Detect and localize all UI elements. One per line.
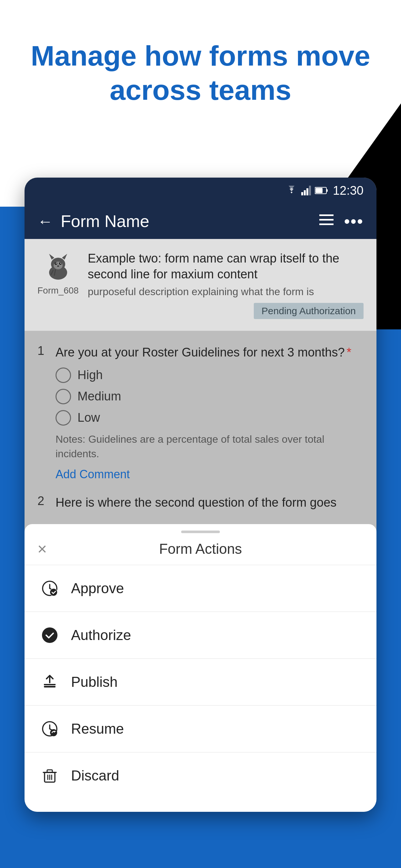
svg-rect-30 [44,684,56,685]
sheet-title: Form Actions [159,541,242,557]
svg-rect-7 [319,214,334,216]
svg-rect-5 [327,189,328,192]
radio-circle-low [56,410,71,426]
svg-point-20 [57,266,59,267]
signal-icon [301,186,311,195]
question-2-number: 2 [37,494,50,508]
svg-rect-9 [319,223,334,225]
svg-rect-8 [319,219,334,221]
svg-marker-14 [62,254,67,259]
radio-option-high[interactable]: High [56,368,364,383]
approve-icon-svg [41,580,58,597]
authorize-action[interactable]: Authorize [25,612,376,658]
form-name: Example two: form name can wrap itself t… [88,251,364,283]
authorize-label: Authorize [71,627,131,643]
question-1-notes: Notes: Guidelines are a percentage of to… [37,432,364,461]
app-bar-actions: ••• [319,212,364,231]
svg-rect-29 [44,686,56,687]
resume-label: Resume [71,721,124,737]
battery-icon [315,187,328,194]
wifi-icon [286,186,297,195]
sheet-header: × Form Actions [25,533,376,565]
status-time: 12:30 [333,184,364,197]
discard-icon [40,766,59,785]
approve-label: Approve [71,580,124,596]
radio-label-high: High [78,368,103,382]
publish-label: Publish [71,674,118,690]
publish-action[interactable]: Publish [25,659,376,705]
status-icons [286,186,328,195]
question-1-row: 1 Are you at your Roster Guidelines for … [37,344,364,361]
bottom-sheet: × Form Actions Approve [25,524,376,812]
back-button[interactable]: ← [37,213,53,230]
app-bar: ← Form Name ••• [25,204,376,239]
list-icon[interactable] [319,213,334,229]
add-comment-button[interactable]: Add Comment [37,468,364,481]
svg-rect-1 [304,190,306,195]
status-badge: Pending Authorization [254,303,364,319]
form-header-card: Form_608 Example two: form name can wrap… [25,239,376,331]
svg-rect-2 [306,188,308,195]
sheet-handle [181,531,220,533]
question-1-block: 1 Are you at your Roster Guidelines for … [37,344,364,481]
approve-icon [40,579,59,598]
svg-point-35 [50,729,57,736]
svg-rect-10 [319,214,321,216]
form-info: Example two: form name can wrap itself t… [88,251,364,319]
authorize-icon [40,625,59,645]
approve-action[interactable]: Approve [25,565,376,612]
question-1-number: 1 [37,344,50,358]
close-button[interactable]: × [37,541,47,557]
question-1-text: Are you at your Roster Guidelines for ne… [56,344,351,361]
form-description: purposeful description explaining what t… [88,286,364,298]
svg-point-27 [50,589,57,596]
svg-marker-13 [49,254,54,259]
sheet-handle-row [25,524,376,533]
form-icon-container: Form_608 [37,251,79,296]
radio-label-low: Low [78,411,100,425]
discard-icon-svg [41,767,58,784]
list-icon-svg [319,214,334,226]
resume-action[interactable]: Resume [25,706,376,752]
more-icon[interactable]: ••• [344,212,364,231]
question-2-text: Here is where the second question of the… [56,494,336,511]
form-content: 1 Are you at your Roster Guidelines for … [25,331,376,524]
form-icon-label: Form_608 [37,285,79,296]
question-2-row: 2 Here is where the second question of t… [37,494,364,511]
svg-point-28 [42,627,58,643]
app-bar-title: Form Name [61,212,312,231]
status-bar: 12:30 [25,178,376,204]
publish-icon [40,672,59,692]
svg-rect-6 [315,188,322,193]
radio-option-low[interactable]: Low [56,410,364,426]
form-icon-img [42,251,74,283]
svg-rect-38 [47,770,52,772]
svg-rect-0 [301,192,303,195]
svg-point-19 [60,263,61,264]
phone-frame: 12:30 ← Form Name ••• [25,178,376,812]
resume-icon [40,719,59,739]
radio-options: High Medium Low [37,368,364,426]
form-thumbnail-icon [42,251,74,283]
page-heading: Manage how forms move across teams [0,39,401,107]
radio-circle-medium [56,389,71,404]
required-star: * [347,345,351,359]
discard-label: Discard [71,768,119,784]
radio-circle-high [56,368,71,383]
authorize-icon-svg [41,627,58,644]
resume-icon-svg [41,720,58,737]
discard-action[interactable]: Discard [25,752,376,799]
svg-rect-3 [309,186,311,195]
radio-option-medium[interactable]: Medium [56,389,364,404]
radio-label-medium: Medium [78,390,121,403]
svg-point-18 [56,263,57,264]
publish-icon-svg [41,674,58,690]
